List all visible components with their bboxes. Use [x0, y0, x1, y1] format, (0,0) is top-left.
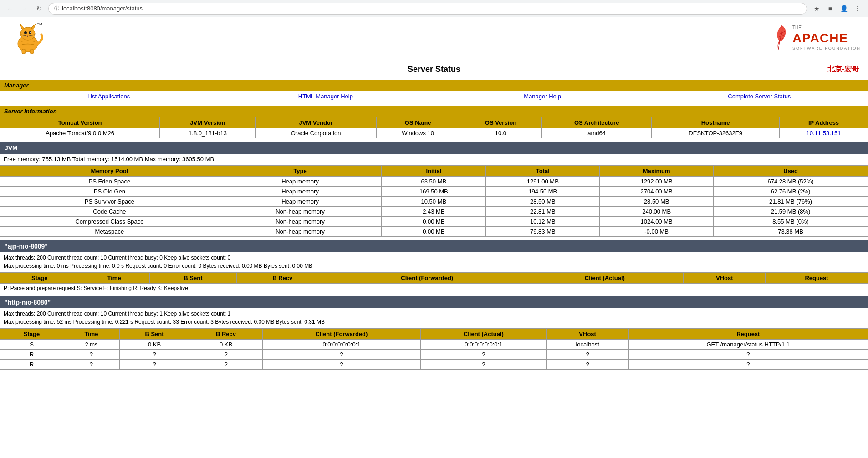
mem-pool-cell-name: Code Cache — [0, 207, 219, 217]
back-button[interactable]: ← — [5, 3, 15, 14]
nav-link-html-manager-help[interactable]: HTML Manager Help — [217, 91, 434, 102]
http-col-time: Time — [63, 329, 119, 340]
mem-col-total: Total — [486, 166, 600, 177]
mem-pool-cell-initial: 0.00 MB — [382, 217, 486, 227]
browser-actions: ★ ■ 👤 ⋮ — [811, 3, 863, 15]
os-name-value: Windows 10 — [376, 128, 460, 138]
extensions-icon[interactable]: ■ — [824, 3, 836, 15]
ajp-col-vhost: VHost — [684, 273, 766, 284]
svg-rect-15 — [30, 49, 34, 54]
http-stage-cell-vhost: ? — [546, 360, 628, 370]
bookmark-icon[interactable]: ★ — [811, 3, 822, 15]
http-stage-cell-client_fwd: ? — [262, 350, 420, 360]
apache-the-label: THE — [792, 25, 861, 31]
os-arch-value: amd64 — [542, 128, 652, 138]
profile-icon[interactable]: 👤 — [838, 3, 850, 15]
mem-pool-cell-used: 62.76 MB (2%) — [714, 187, 868, 197]
nav-link-list-applications[interactable]: List Applications — [0, 91, 217, 102]
http-stage-cell-request: GET /manager/status HTTP/1.1 — [628, 340, 868, 350]
http-stage-cell-client_act: ? — [420, 360, 546, 370]
http-stage-cell-time: ? — [63, 350, 119, 360]
ajp-legend: P: Parse and prepare request S: Service … — [0, 284, 868, 293]
manager-help-link[interactable]: Manager Help — [524, 93, 561, 100]
forward-button[interactable]: → — [19, 3, 30, 14]
svg-rect-14 — [22, 49, 26, 54]
http-stage-row: R??????? — [0, 350, 868, 360]
mem-pool-cell-type: Heap memory — [219, 177, 382, 187]
http-stage-row: S2 ms0 KB0 KB0:0:0:0:0:0:0:10:0:0:0:0:0:… — [0, 340, 868, 350]
html-manager-help-link[interactable]: HTML Manager Help — [298, 93, 353, 100]
mem-pool-cell-used: 21.59 MB (8%) — [714, 207, 868, 217]
browser-chrome: ← → ↻ ⓘ localhost:8080/manager/status ★ … — [0, 0, 868, 17]
mem-pool-cell-maximum: 2704.00 MB — [600, 187, 714, 197]
memory-pool-row: PS Survivor SpaceHeap memory10.50 MB28.5… — [0, 197, 868, 207]
memory-pool-row: MetaspaceNon-heap memory0.00 MB79.83 MB-… — [0, 227, 868, 237]
mem-pool-cell-maximum: 1292.00 MB — [600, 177, 714, 187]
mem-pool-cell-maximum: 240.00 MB — [600, 207, 714, 217]
ajp-col-bsent: B Sent — [149, 273, 237, 284]
nav-links-row: List Applications HTML Manager Help Mana… — [0, 91, 868, 102]
jvm-free-memory: Free memory: 755.13 MB Total memory: 151… — [0, 154, 868, 164]
http-stage-cell-client_act: 0:0:0:0:0:0:0:1 — [420, 340, 546, 350]
mem-pool-cell-initial: 2.43 MB — [382, 207, 486, 217]
list-applications-link[interactable]: List Applications — [87, 93, 130, 100]
server-info-table: Tomcat Version JVM Version JVM Vendor OS… — [0, 117, 868, 138]
mem-pool-cell-total: 28.50 MB — [486, 197, 600, 207]
server-info-header: Server Information — [0, 106, 868, 117]
http-col-request: Request — [628, 329, 868, 340]
mem-pool-cell-name: Metaspace — [0, 227, 219, 237]
mem-pool-cell-total: 10.12 MB — [486, 217, 600, 227]
col-os-version: OS Version — [460, 117, 541, 128]
page-content: TM THE APACHE SOFTWARE FOUNDATION — [0, 17, 868, 370]
apache-feather-icon — [773, 25, 789, 52]
http-info-line1: Max threads: 200 Current thread count: 1… — [0, 308, 868, 327]
mem-pool-cell-type: Non-heap memory — [219, 227, 382, 237]
mem-pool-cell-type: Non-heap memory — [219, 207, 382, 217]
ajp-col-client-act: Client (Actual) — [526, 273, 684, 284]
http-col-stage: Stage — [0, 329, 63, 340]
nav-link-complete-server-status[interactable]: Complete Server Status — [651, 91, 868, 102]
reload-button[interactable]: ↻ — [34, 3, 45, 14]
col-os-name: OS Name — [376, 117, 460, 128]
page-title-bar: Server Status 北京-宏哥 — [0, 59, 868, 80]
mem-col-maximum: Maximum — [600, 166, 714, 177]
svg-point-8 — [30, 32, 31, 33]
http-stage-cell-brecv: 0 KB — [189, 340, 263, 350]
http-stage-cell-client_act: ? — [420, 350, 546, 360]
mem-pool-cell-name: PS Eden Space — [0, 177, 219, 187]
ajp-col-client-fwd: Client (Forwarded) — [328, 273, 526, 284]
svg-point-5 — [24, 31, 27, 34]
memory-pool-row: PS Eden SpaceHeap memory63.50 MB1291.00 … — [0, 177, 868, 187]
http-connector-header: "http-nio-8080" — [0, 296, 868, 308]
memory-pool-row: Compressed Class SpaceNon-heap memory0.0… — [0, 217, 868, 227]
nav-link-manager-help[interactable]: Manager Help — [434, 91, 651, 102]
http-stage-cell-stage: R — [0, 360, 63, 370]
ajp-info-line1: Max threads: 200 Current thread count: 1… — [0, 252, 868, 271]
mem-pool-cell-used: 73.38 MB — [714, 227, 868, 237]
memory-pool-row: Code CacheNon-heap memory2.43 MB22.81 MB… — [0, 207, 868, 217]
ajp-col-request: Request — [766, 273, 868, 284]
ajp-stage-table: Stage Time B Sent B Recv Client (Forward… — [0, 272, 868, 284]
mem-pool-cell-name: PS Survivor Space — [0, 197, 219, 207]
http-stage-cell-time: 2 ms — [63, 340, 119, 350]
col-os-arch: OS Architecture — [542, 117, 652, 128]
mem-pool-cell-used: 8.55 MB (0%) — [714, 217, 868, 227]
address-bar[interactable]: ⓘ localhost:8080/manager/status — [48, 3, 807, 15]
http-stage-cell-client_fwd: ? — [262, 360, 420, 370]
apache-text-block: THE APACHE SOFTWARE FOUNDATION — [792, 25, 861, 51]
mem-pool-cell-type: Non-heap memory — [219, 217, 382, 227]
complete-server-status-link[interactable]: Complete Server Status — [728, 93, 791, 100]
mem-pool-cell-maximum: 1024.00 MB — [600, 217, 714, 227]
http-stage-cell-vhost: ? — [546, 350, 628, 360]
menu-icon[interactable]: ⋮ — [852, 3, 863, 15]
tomcat-logo-svg: TM — [7, 21, 48, 55]
ajp-connector-header: "ajp-nio-8009" — [0, 240, 868, 252]
col-tomcat-version: Tomcat Version — [0, 117, 160, 128]
ip-address-value[interactable]: 10.11.53.151 — [780, 128, 868, 138]
mem-pool-cell-used: 21.81 MB (76%) — [714, 197, 868, 207]
apache-name-label: APACHE — [792, 31, 861, 46]
col-jvm-vendor: JVM Vendor — [255, 117, 376, 128]
tomcat-version-value: Apache Tomcat/9.0.0.M26 — [0, 128, 160, 138]
tomcat-logo: TM — [7, 21, 48, 55]
http-stage-cell-brecv: ? — [189, 350, 263, 360]
